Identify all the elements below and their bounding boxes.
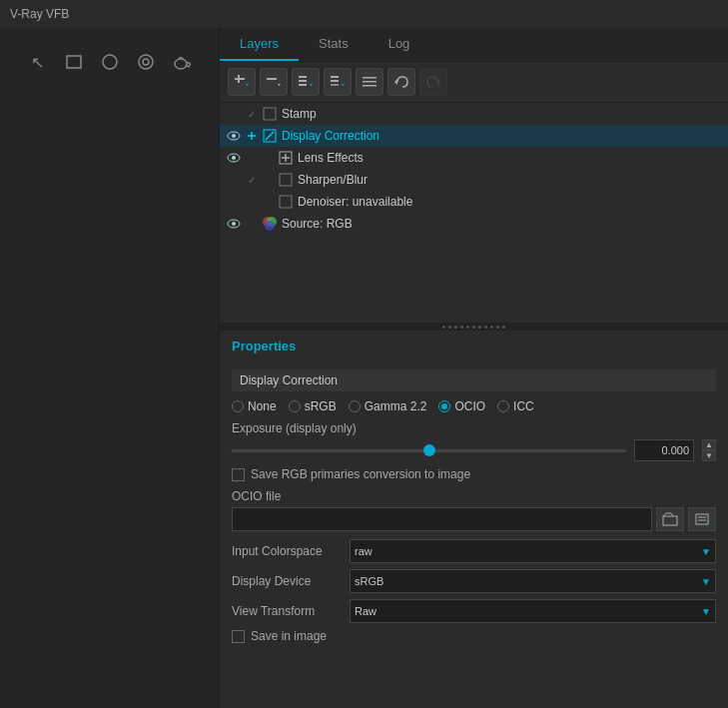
radio-circle-srgb: [289, 400, 301, 412]
layer-name: Source: RGB: [282, 217, 353, 231]
svg-marker-13: [310, 84, 313, 86]
view-transform-label: View Transform: [232, 604, 342, 618]
layer-item[interactable]: Display Correction: [220, 125, 728, 147]
layers-list: ✓ Stamp Display Correction: [220, 103, 728, 323]
merge-button[interactable]: [292, 68, 320, 96]
tab-layers[interactable]: Layers: [220, 28, 299, 61]
eye-icon[interactable]: [226, 216, 242, 232]
save-in-image-checkbox[interactable]: [232, 630, 245, 643]
tab-log[interactable]: Log: [368, 28, 430, 61]
panel-resize-handle[interactable]: [220, 323, 728, 331]
exposure-row: Exposure (display only) ▲ ▼: [232, 421, 716, 461]
properties-content: Display Correction None sRGB Gamma 2.2: [220, 361, 728, 659]
slider-thumb[interactable]: [423, 444, 435, 456]
check-icon: ✓: [244, 106, 260, 122]
radio-srgb[interactable]: sRGB: [289, 399, 337, 413]
ring-tool-icon[interactable]: [130, 46, 162, 78]
svg-point-31: [232, 156, 236, 160]
dropdown-arrow-transform: ▼: [701, 606, 711, 617]
right-panel: Layers Stats Log: [220, 28, 728, 708]
radio-none[interactable]: None: [232, 399, 277, 413]
divider-dots: [442, 326, 505, 329]
slider-fill: [232, 449, 429, 452]
layer-item[interactable]: ✓ Stamp: [220, 103, 728, 125]
export-button[interactable]: [324, 68, 352, 96]
check-icon: [244, 128, 260, 144]
exposure-slider[interactable]: [232, 442, 626, 458]
exposure-spinner: ▲ ▼: [702, 439, 716, 461]
layer-item[interactable]: Denoiser: unavailable: [220, 191, 728, 213]
list-options-button[interactable]: [356, 68, 383, 96]
svg-point-3: [143, 59, 149, 65]
svg-rect-11: [299, 80, 307, 82]
ocio-input-row: [232, 507, 716, 531]
svg-rect-8: [267, 78, 277, 80]
svg-rect-35: [280, 174, 292, 186]
exposure-value-input[interactable]: [634, 439, 694, 461]
save-in-image-label: Save in image: [251, 629, 327, 643]
svg-rect-17: [331, 84, 339, 86]
svg-point-2: [139, 55, 153, 69]
svg-point-25: [232, 134, 236, 138]
view-transform-row: View Transform Raw ▼: [232, 599, 716, 623]
eye-icon[interactable]: [226, 172, 242, 188]
tool-icons-container: ↖: [14, 38, 206, 86]
svg-marker-9: [278, 84, 281, 86]
view-transform-value: Raw: [355, 605, 376, 617]
redo-button[interactable]: [419, 68, 447, 96]
svg-rect-20: [363, 85, 376, 87]
svg-line-29: [266, 132, 274, 140]
layer-rgb-icon: [262, 216, 278, 232]
eye-icon[interactable]: [226, 128, 242, 144]
layer-type-icon: [278, 150, 294, 166]
layer-item[interactable]: Source: RGB: [220, 213, 728, 235]
svg-rect-23: [264, 108, 276, 120]
undo-button[interactable]: [387, 68, 415, 96]
slider-track: [232, 449, 626, 452]
check-icon: [244, 150, 260, 166]
left-sidebar: ↖: [0, 28, 220, 708]
radio-circle-none: [232, 400, 244, 412]
list-button[interactable]: [688, 507, 716, 531]
remove-layer-button[interactable]: [260, 68, 288, 96]
rect-tool-icon[interactable]: [58, 46, 90, 78]
svg-rect-0: [67, 56, 81, 68]
save-rgb-checkbox[interactable]: [232, 468, 245, 481]
eye-icon[interactable]: [226, 150, 242, 166]
teapot-tool-icon[interactable]: [166, 46, 198, 78]
section-title: Display Correction: [232, 369, 716, 391]
add-layer-button[interactable]: [228, 68, 256, 96]
properties-header: Properties: [220, 331, 728, 361]
display-device-select[interactable]: sRGB ▼: [350, 569, 716, 593]
select-tool-icon[interactable]: ↖: [22, 46, 54, 78]
radio-gamma[interactable]: Gamma 2.2: [349, 399, 427, 413]
circle-tool-icon[interactable]: [94, 46, 126, 78]
input-colorspace-select[interactable]: raw ▼: [350, 539, 716, 563]
tab-stats[interactable]: Stats: [299, 28, 368, 61]
layer-item[interactable]: Lens Effects: [220, 147, 728, 169]
layer-type-icon: [262, 106, 278, 122]
svg-marker-7: [246, 84, 249, 86]
spin-up[interactable]: ▲: [702, 439, 716, 450]
browse-button[interactable]: [656, 507, 684, 531]
correction-type-radio-group: None sRGB Gamma 2.2 OCIO: [232, 399, 716, 413]
svg-rect-12: [299, 84, 307, 86]
layer-type-icon: [278, 194, 294, 210]
radio-icc[interactable]: ICC: [497, 399, 534, 413]
radio-label-none: None: [248, 399, 277, 413]
eye-icon[interactable]: [226, 106, 242, 122]
radio-label-srgb: sRGB: [305, 399, 337, 413]
properties-panel: Properties Display Correction None sRGB: [220, 331, 728, 708]
svg-rect-36: [280, 196, 292, 208]
view-transform-select[interactable]: Raw ▼: [350, 599, 716, 623]
display-device-label: Display Device: [232, 574, 342, 588]
ocio-file-input[interactable]: [232, 507, 652, 531]
svg-marker-21: [394, 79, 397, 85]
radio-ocio[interactable]: OCIO: [438, 399, 485, 413]
layer-item[interactable]: ✓ Sharpen/Blur: [220, 169, 728, 191]
spin-down[interactable]: ▼: [702, 450, 716, 461]
svg-rect-10: [299, 76, 307, 78]
app-title: V-Ray VFB: [10, 7, 69, 21]
eye-icon[interactable]: [226, 194, 242, 210]
svg-marker-16: [342, 84, 345, 86]
